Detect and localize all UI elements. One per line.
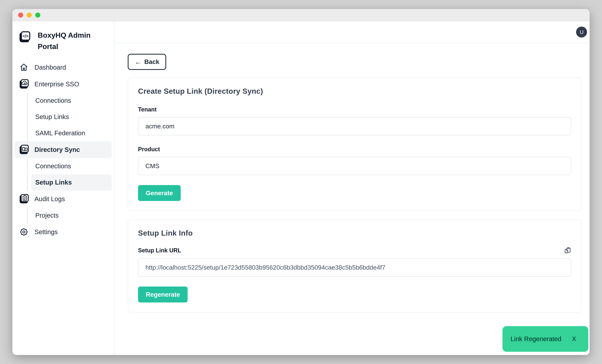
regenerate-button[interactable]: Regenerate (138, 287, 188, 302)
sidebar-item-label: SAML Federation (35, 129, 85, 137)
generate-button[interactable]: Generate (138, 185, 181, 201)
sidebar-item-label: Setup Links (35, 179, 72, 186)
sidebar-nav: Dashboard Enterprise SSO (15, 59, 112, 240)
setup-link-url-label: Setup Link URL (138, 247, 181, 254)
create-card-title: Create Setup Link (Directory Sync) (138, 87, 571, 96)
minimize-window-button[interactable] (27, 12, 32, 18)
main-area: U ← Back Create Setup Link (Directory Sy… (114, 21, 590, 355)
app-body: </> BoxyHQ Admin Portal Dashboard (12, 21, 590, 355)
product-label: Product (138, 146, 571, 153)
audit-logs-keycap-clipboard-icon (17, 193, 31, 205)
brand-home-link[interactable]: </> BoxyHQ Admin Portal (15, 28, 112, 52)
back-button[interactable]: ← Back (128, 54, 166, 70)
setup-link-info-card: Setup Link Info Setup Link URL (128, 220, 581, 312)
sidebar-item-dsync-setup-links[interactable]: Setup Links (31, 174, 112, 191)
boxyhq-logo-icon: </> (17, 30, 32, 44)
page-content: ← Back Create Setup Link (Directory Sync… (114, 43, 590, 319)
top-header: U (114, 21, 590, 43)
sidebar-item-label: Connections (35, 97, 71, 104)
sidebar-item-enterprise-sso[interactable]: Enterprise SSO (15, 76, 112, 92)
sidebar-item-label: Connections (35, 162, 71, 170)
maximize-window-button[interactable] (35, 12, 40, 18)
sidebar-item-sso-connections[interactable]: Connections (28, 92, 112, 109)
sidebar-item-directory-sync[interactable]: Directory Sync (15, 141, 112, 158)
avatar-initial: U (580, 29, 584, 35)
audit-logs-sublist: Projects (27, 207, 112, 224)
sidebar-item-label: Directory Sync (34, 146, 80, 153)
sidebar-item-settings[interactable]: Settings (15, 224, 112, 240)
brand-name: BoxyHQ Admin Portal (38, 30, 94, 52)
success-toast: Link Regenerated X (503, 326, 588, 352)
product-input[interactable] (138, 157, 571, 175)
directory-sync-keycap-folder-icon (17, 143, 31, 156)
sidebar-item-projects[interactable]: Projects (28, 207, 112, 224)
sidebar-item-sso-setup-links[interactable]: Setup Links (28, 109, 112, 125)
sidebar-item-dsync-connections[interactable]: Connections (28, 158, 112, 174)
gear-icon (17, 227, 31, 236)
directory-sync-sublist: Connections Setup Links (27, 158, 112, 191)
svg-text:</>: </> (23, 34, 29, 38)
sidebar-item-audit-logs[interactable]: Audit Logs (15, 191, 112, 207)
sidebar-item-label: Audit Logs (34, 195, 65, 203)
back-button-label: Back (144, 58, 159, 65)
info-card-title: Setup Link Info (138, 229, 571, 237)
sidebar-item-label: Settings (34, 228, 58, 236)
copy-icon[interactable] (564, 247, 571, 254)
setup-link-url-row: Setup Link URL (138, 247, 571, 254)
sidebar-item-label: Dashboard (34, 64, 66, 71)
sidebar-item-label: Projects (35, 212, 59, 219)
create-setup-link-card: Create Setup Link (Directory Sync) Tenan… (128, 78, 581, 211)
toast-close-button[interactable]: X (572, 335, 576, 343)
sidebar-item-saml-federation[interactable]: SAML Federation (28, 125, 112, 141)
sidebar: </> BoxyHQ Admin Portal Dashboard (12, 21, 114, 355)
sidebar-item-label: Setup Links (35, 113, 69, 120)
app-window: </> BoxyHQ Admin Portal Dashboard (12, 9, 590, 355)
home-icon (17, 63, 31, 72)
sidebar-item-label: Enterprise SSO (34, 81, 79, 88)
tenant-input[interactable] (138, 117, 571, 135)
window-titlebar (12, 9, 590, 21)
user-avatar[interactable]: U (576, 27, 587, 38)
sidebar-item-dashboard[interactable]: Dashboard (15, 59, 112, 76)
tenant-label: Tenant (138, 106, 571, 113)
setup-link-url-input[interactable] (138, 258, 571, 277)
close-window-button[interactable] (18, 12, 23, 18)
back-arrow-icon: ← (135, 58, 142, 65)
toast-message: Link Regenerated (511, 335, 561, 343)
enterprise-sso-sublist: Connections Setup Links SAML Federation (27, 92, 112, 141)
sso-keycap-cloud-icon (17, 78, 31, 90)
